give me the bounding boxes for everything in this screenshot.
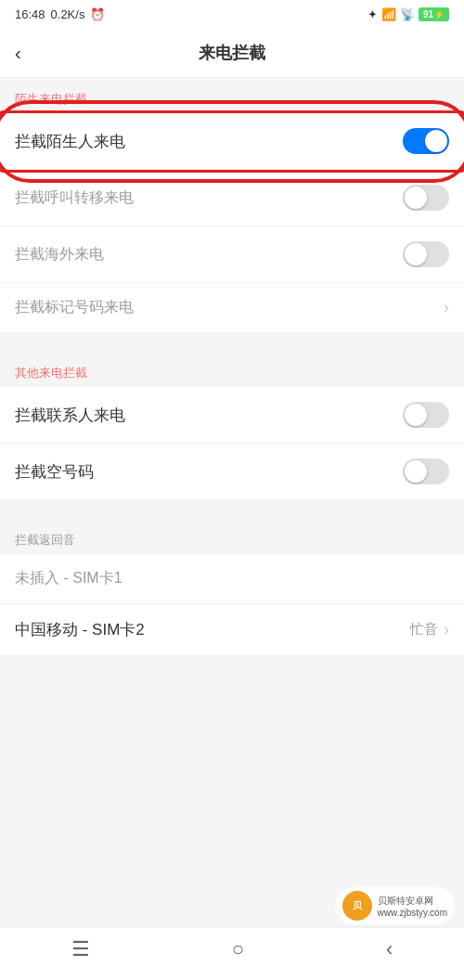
signal-icon: 📶 — [381, 7, 396, 21]
block-contact-label: 拦截联系人来电 — [15, 405, 125, 426]
network-speed: 0.2K/s — [51, 7, 85, 21]
block-stranger-label: 拦截陌生人来电 — [15, 131, 125, 152]
status-bar: 16:48 0.2K/s ⏰ ✦ 📶 📡 91 ⚡ — [0, 0, 464, 29]
block-empty-toggle[interactable] — [403, 458, 449, 484]
battery-display: 91 ⚡ — [419, 7, 449, 21]
section-label-other: 其他来电拦截 — [0, 352, 464, 387]
divider-2 — [0, 500, 464, 519]
sim2-label: 中国移动 - SIM卡2 — [15, 619, 145, 640]
toggle-knob-2 — [405, 187, 427, 209]
sim2-chevron-icon: › — [444, 620, 449, 639]
watermark: 贝 贝斯特安卓网 www.zjbstyy.com — [335, 887, 455, 924]
block-marked-item[interactable]: 拦截标记号码来电 › — [0, 283, 464, 333]
page-title: 来电拦截 — [199, 42, 265, 64]
block-forward-item[interactable]: 拦截呼叫转移来电 — [0, 170, 464, 226]
block-overseas-item[interactable]: 拦截海外来电 — [0, 226, 464, 283]
time-display: 16:48 — [15, 7, 45, 21]
block-empty-label: 拦截空号码 — [15, 461, 94, 483]
divider-1 — [0, 333, 464, 352]
status-right: ✦ 📶 📡 91 ⚡ — [367, 7, 449, 21]
toggle-knob-4 — [405, 404, 427, 426]
nav-home-button[interactable]: ○ — [232, 937, 244, 961]
nav-menu-button[interactable]: ☰ — [71, 937, 90, 961]
toggle-knob — [425, 130, 447, 152]
bottom-nav: ☰ ○ ‹ — [0, 927, 464, 980]
bottom-spacer — [0, 656, 464, 767]
sim2-right: 忙音 › — [410, 620, 449, 639]
section-label-echo: 拦截返回音 — [0, 519, 464, 554]
chevron-icon: › — [444, 298, 449, 317]
status-left: 16:48 0.2K/s ⏰ — [15, 7, 105, 21]
watermark-logo: 贝 — [342, 891, 372, 921]
sim2-item[interactable]: 中国移动 - SIM卡2 忙音 › — [0, 604, 464, 656]
watermark-text: 贝斯特安卓网 www.zjbstyy.com — [378, 895, 447, 918]
wifi-icon: 📡 — [400, 7, 415, 21]
section-label-stranger: 陌生来电拦截 — [0, 78, 464, 113]
sim1-label: 未插入 - SIM卡1 — [15, 569, 122, 588]
back-button[interactable]: ‹ — [15, 43, 21, 64]
nav-back-button[interactable]: ‹ — [386, 937, 393, 961]
block-overseas-toggle[interactable] — [403, 241, 449, 267]
block-forward-label: 拦截呼叫转移来电 — [15, 188, 134, 208]
block-forward-toggle[interactable] — [403, 185, 449, 211]
page-header: ‹ 来电拦截 — [0, 29, 464, 78]
clock-icon: ⏰ — [90, 7, 105, 21]
block-empty-item[interactable]: 拦截空号码 — [0, 444, 464, 500]
block-stranger-item[interactable]: 拦截陌生人来电 — [0, 113, 464, 170]
sim2-value: 忙音 — [410, 621, 438, 638]
toggle-knob-3 — [405, 243, 427, 265]
toggle-knob-5 — [405, 460, 427, 483]
block-marked-label: 拦截标记号码来电 — [15, 298, 134, 317]
bluetooth-icon: ✦ — [367, 7, 378, 21]
block-contact-item[interactable]: 拦截联系人来电 — [0, 387, 464, 444]
sim1-item: 未插入 - SIM卡1 — [0, 554, 464, 604]
block-overseas-label: 拦截海外来电 — [15, 245, 104, 264]
block-contact-toggle[interactable] — [403, 402, 449, 428]
block-stranger-toggle[interactable] — [403, 128, 449, 154]
